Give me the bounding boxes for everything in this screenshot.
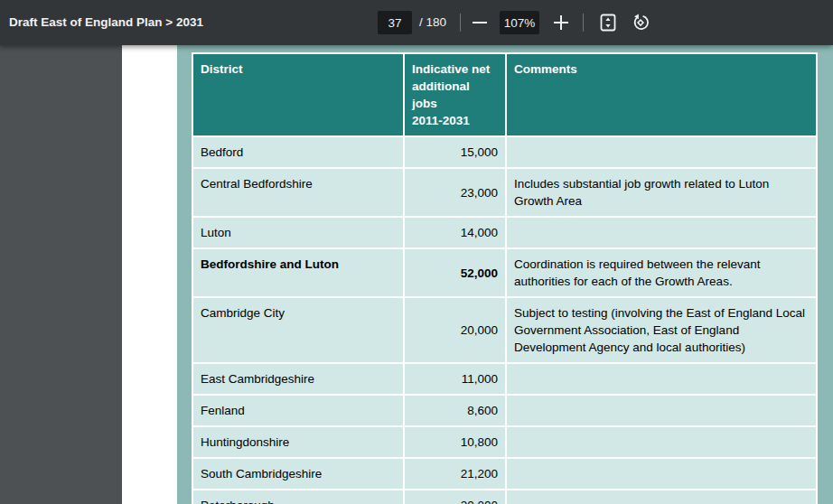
page-count-label: / 180	[419, 0, 446, 45]
fit-to-page-button[interactable]	[594, 10, 622, 35]
table-row: Central Bedfordshire23,000Includes subst…	[193, 169, 816, 216]
zoom-out-button[interactable]	[467, 10, 492, 35]
cell-district: Central Bedfordshire	[193, 169, 403, 216]
cell-district: Peterborough	[193, 490, 403, 504]
cell-district: Cambridge City	[193, 298, 403, 362]
cell-jobs: 30,000	[405, 490, 505, 504]
pdf-page: District Indicative net additional jobs …	[122, 45, 833, 504]
cell-jobs: 15,000	[405, 137, 505, 167]
cell-district: Luton	[193, 218, 403, 247]
cell-jobs: 20,000	[405, 298, 505, 362]
zoom-in-button[interactable]	[548, 10, 574, 35]
table-row: Luton14,000	[193, 218, 816, 247]
table-row: Bedford15,000	[193, 137, 816, 167]
cell-jobs: 52,000	[405, 249, 505, 296]
table-row: South Cambridgeshire21,200	[193, 459, 816, 489]
cell-jobs: 23,000	[405, 169, 505, 216]
viewer-background: District Indicative net additional jobs …	[0, 45, 833, 504]
cell-district: South Cambridgeshire	[193, 459, 403, 489]
cell-jobs: 10,800	[405, 427, 505, 457]
header-jobs-label-line2: 2011-2031	[412, 112, 498, 129]
header-district: District	[193, 54, 403, 135]
header-comments: Comments	[507, 54, 816, 135]
table-outer-border: District Indicative net additional jobs …	[177, 45, 833, 504]
document-title: Draft East of England Plan > 2031	[9, 0, 203, 45]
toolbar-divider	[460, 14, 461, 32]
header-jobs-label-line1: Indicative net additional jobs	[412, 61, 498, 112]
table-header-row: District Indicative net additional jobs …	[193, 54, 816, 135]
cell-district: Bedford	[193, 137, 403, 167]
cell-jobs: 11,000	[405, 364, 505, 394]
cell-district: Huntingdonshire	[193, 427, 403, 457]
cell-jobs: 14,000	[405, 218, 505, 247]
table-row: East Cambridgeshire11,000	[193, 364, 816, 394]
table-row: Bedfordshire and Luton52,000Coordination…	[193, 249, 816, 296]
table-row: Fenland8,600	[193, 396, 816, 425]
cell-jobs: 21,200	[405, 459, 505, 489]
cell-comment: Includes substantial job growth related …	[507, 169, 816, 216]
cell-comment	[507, 137, 816, 167]
cell-comment	[507, 396, 816, 425]
cell-comment	[507, 459, 816, 489]
cell-comment	[507, 427, 816, 457]
jobs-table-body: Bedford15,000Central Bedfordshire23,000I…	[193, 137, 816, 504]
zoom-level-display: 107%	[500, 11, 539, 34]
table-row: Huntingdonshire10,800	[193, 427, 816, 457]
cell-comment	[507, 490, 816, 504]
cell-comment: Coordination is required between the rel…	[507, 249, 816, 296]
header-jobs: Indicative net additional jobs 2011-2031	[405, 54, 505, 135]
table-row: Peterborough30,000	[193, 490, 816, 504]
cell-jobs: 8,600	[405, 396, 505, 425]
pdf-toolbar: Draft East of England Plan > 2031 / 180 …	[0, 0, 833, 45]
cell-comment: Subject to testing (involving the East o…	[507, 298, 816, 362]
cell-district: Fenland	[193, 396, 403, 425]
rotate-button[interactable]	[627, 10, 654, 35]
rotate-counterclockwise-icon	[631, 13, 650, 33]
header-comments-label: Comments	[514, 62, 577, 76]
page-number-input[interactable]	[378, 11, 412, 34]
fit-to-page-icon	[598, 13, 618, 33]
minus-icon	[471, 14, 489, 32]
toolbar-divider	[583, 14, 584, 32]
plus-icon	[552, 14, 570, 32]
district-jobs-table: District Indicative net additional jobs …	[192, 52, 818, 504]
cell-comment	[507, 364, 816, 394]
cell-comment	[507, 218, 816, 247]
header-district-label: District	[201, 62, 243, 76]
table-row: Cambridge City20,000Subject to testing (…	[193, 298, 816, 362]
cell-district: East Cambridgeshire	[193, 364, 403, 394]
cell-district: Bedfordshire and Luton	[193, 249, 403, 296]
